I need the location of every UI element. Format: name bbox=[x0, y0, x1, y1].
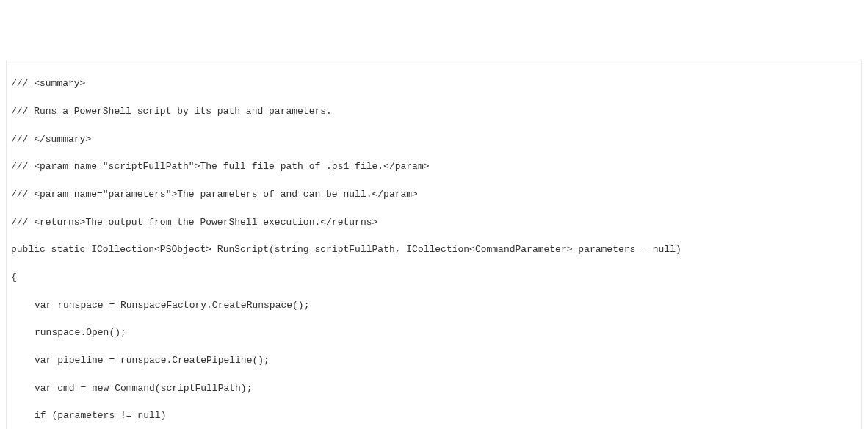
code-line: /// Runs a PowerShell script by its path… bbox=[11, 105, 857, 119]
code-line: var cmd = new Command(scriptFullPath); bbox=[11, 382, 857, 396]
code-line: { bbox=[11, 271, 857, 285]
code-line: /// <summary> bbox=[11, 77, 857, 91]
code-line: var runspace = RunspaceFactory.CreateRun… bbox=[11, 299, 857, 313]
code-line: /// </summary> bbox=[11, 133, 857, 147]
code-line: /// <param name="parameters">The paramet… bbox=[11, 188, 857, 202]
code-line: /// <returns>The output from the PowerSh… bbox=[11, 216, 857, 230]
code-line: public static ICollection<PSObject> RunS… bbox=[11, 243, 857, 257]
code-block: /// <summary> /// Runs a PowerShell scri… bbox=[6, 60, 862, 429]
code-line: if (parameters != null) bbox=[11, 409, 857, 423]
code-line: var pipeline = runspace.CreatePipeline()… bbox=[11, 354, 857, 368]
code-line: runspace.Open(); bbox=[11, 326, 857, 340]
code-line: /// <param name="scriptFullPath">The ful… bbox=[11, 160, 857, 174]
